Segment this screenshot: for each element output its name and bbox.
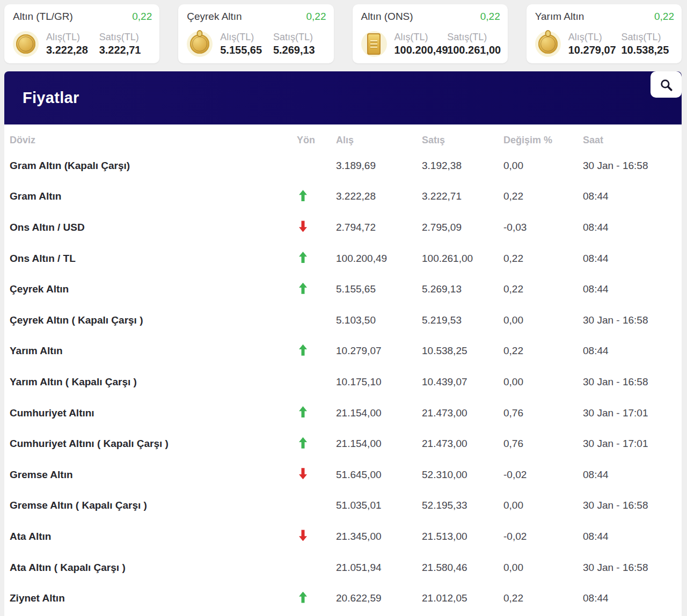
currency-name: Gram Altın: [10, 190, 297, 202]
buy-value: 21.154,00: [336, 407, 422, 419]
direction-down-arrow-icon: [299, 530, 307, 541]
time-value: 08:44: [583, 345, 682, 357]
table-row[interactable]: Cumhuriyet Altını 21.154,00 21.473,00 0,…: [4, 398, 682, 429]
summary-card-yarim-altin: Yarım Altın 0,22 Alış(TL) 10.279,07 Satı…: [527, 4, 682, 63]
direction-cell: [297, 283, 336, 296]
sell-value: 100.261,00: [422, 253, 503, 265]
direction-cell: [297, 344, 336, 358]
buy-value: 10.279,07: [336, 345, 422, 357]
buy-column: Alış(TL) 3.222,28: [46, 31, 99, 57]
direction-up-arrow-icon: [299, 437, 307, 449]
prices-panel-header: Fiyatlar: [4, 71, 682, 124]
buy-label: Alış(TL): [394, 31, 448, 43]
table-row[interactable]: Gram Altın 3.222,28 3.222,71 0,22 08:44: [4, 181, 682, 212]
search-button[interactable]: [651, 71, 682, 98]
sell-value: 100.261,00: [447, 43, 500, 57]
table-row[interactable]: Cumhuriyet Altını ( Kapalı Çarşı ) 21.15…: [4, 428, 682, 459]
buy-value: 5.103,50: [336, 314, 422, 326]
header-time: Saat: [583, 135, 682, 146]
table-row[interactable]: Yarım Altın 10.279,07 10.538,25 0,22 08:…: [4, 336, 682, 367]
sell-value: 21.473,00: [422, 407, 503, 419]
direction-arrow-icon: [299, 375, 307, 386]
currency-name: Çeyrek Altın: [10, 283, 297, 295]
buy-value: 10.279,07: [568, 43, 622, 57]
time-value: 08:44: [583, 531, 682, 542]
change-value: 0,22: [503, 345, 583, 357]
change-value: 0,76: [503, 438, 583, 450]
header-buy: Alış: [336, 135, 422, 146]
summary-card-altin-ons: Altın (ONS) 0,22 Alış(TL) 100.200,49 Sat…: [353, 4, 508, 63]
change-value: 0,00: [503, 376, 583, 388]
sell-column: Satış(TL) 3.222,71: [99, 31, 152, 57]
card-header: Altın (ONS) 0,22: [361, 11, 500, 23]
sell-value: 5.269,13: [422, 283, 503, 295]
card-change-badge: 0,22: [654, 11, 674, 23]
buy-value: 3.189,69: [336, 160, 422, 172]
change-value: 0,00: [503, 500, 583, 511]
currency-name: Ziynet Altın: [10, 592, 297, 604]
table-row[interactable]: Gremse Altın ( Kapalı Çarşı ) 51.035,01 …: [4, 490, 682, 522]
time-value: 30 Jan - 16:58: [583, 500, 682, 511]
table-row[interactable]: Gremse Altın 51.645,00 52.310,00 -0,02 0…: [4, 459, 682, 490]
direction-cell: [297, 406, 336, 420]
time-value: 30 Jan - 17:01: [583, 438, 682, 450]
sell-value: 3.222,71: [422, 190, 503, 202]
card-title: Altın (ONS): [361, 11, 413, 23]
sell-value: 21.473,00: [422, 438, 503, 450]
direction-up-arrow-icon: [299, 252, 307, 263]
buy-value: 20.622,59: [336, 592, 422, 604]
change-value: 0,22: [503, 253, 583, 265]
table-row[interactable]: Çeyrek Altın 5.155,65 5.269,13 0,22 08:4…: [4, 274, 682, 305]
direction-cell: [297, 159, 336, 172]
buy-column: Alış(TL) 5.155,65: [220, 31, 273, 57]
buy-value: 3.222,28: [46, 43, 99, 57]
change-value: -0,02: [503, 469, 583, 481]
sell-value: 3.222,71: [99, 43, 152, 57]
gold-medal-icon: [535, 31, 561, 57]
currency-name: Gremse Altın ( Kapalı Çarşı ): [10, 500, 297, 511]
direction-down-arrow-icon: [299, 221, 307, 232]
price-table: Döviz Yön Alış Satış Değişim % Saat Gram…: [4, 124, 682, 616]
sell-column: Satış(TL) 10.538,25: [621, 31, 674, 57]
card-body: Alış(TL) 100.200,49 Satış(TL) 100.261,00: [361, 31, 500, 57]
card-header: Çeyrek Altın 0,22: [187, 11, 326, 23]
table-row[interactable]: Ata Altın 21.345,00 21.513,00 -0,02 08:4…: [4, 521, 682, 552]
gold-bar-icon: [361, 31, 387, 57]
sell-value: 3.192,38: [422, 160, 503, 172]
direction-arrow-icon: [299, 159, 307, 170]
direction-cell: [297, 468, 336, 481]
table-row[interactable]: Ata Altın ( Kapalı Çarşı ) 21.051,94 21.…: [4, 552, 682, 583]
table-row[interactable]: Çeyrek Altın ( Kapalı Çarşı ) 5.103,50 5…: [4, 305, 682, 336]
page-title: Fiyatlar: [4, 89, 79, 107]
time-value: 08:44: [583, 283, 682, 295]
sell-label: Satış(TL): [621, 31, 674, 43]
card-change-badge: 0,22: [480, 11, 500, 23]
change-value: 0,76: [503, 407, 583, 419]
direction-cell: [297, 437, 336, 451]
buy-value: 5.155,65: [220, 43, 273, 57]
card-header: Altın (TL/GR) 0,22: [13, 11, 152, 23]
change-value: 0,00: [503, 314, 583, 326]
table-row[interactable]: Gram Altın (Kapalı Çarşı) 3.189,69 3.192…: [4, 150, 682, 181]
table-row[interactable]: Yarım Altın ( Kapalı Çarşı ) 10.175,10 1…: [4, 366, 682, 398]
gold-medal-icon: [187, 31, 213, 57]
change-value: -0,02: [503, 531, 583, 542]
sell-value: 52.310,00: [422, 469, 503, 481]
header-sell: Satış: [422, 135, 503, 146]
table-row[interactable]: Ons Altın / USD 2.794,72 2.795,09 -0,03 …: [4, 212, 682, 243]
buy-value: 3.222,28: [336, 190, 422, 202]
direction-cell: [297, 221, 336, 234]
table-row[interactable]: Ons Altın / TL 100.200,49 100.261,00 0,2…: [4, 243, 682, 274]
time-value: 08:44: [583, 222, 682, 233]
sell-value: 5.269,13: [273, 43, 326, 57]
buy-value: 2.794,72: [336, 222, 422, 233]
sell-value: 52.195,33: [422, 500, 503, 511]
table-row[interactable]: Ziynet Altın 20.622,59 21.012,05 0,22 08…: [4, 583, 682, 614]
header-direction: Yön: [297, 135, 336, 146]
time-value: 08:44: [583, 253, 682, 265]
buy-value: 5.155,65: [336, 283, 422, 295]
direction-up-arrow-icon: [299, 406, 307, 417]
direction-up-arrow-icon: [299, 283, 307, 294]
change-value: 0,22: [503, 283, 583, 295]
buy-value: 51.645,00: [336, 469, 422, 481]
